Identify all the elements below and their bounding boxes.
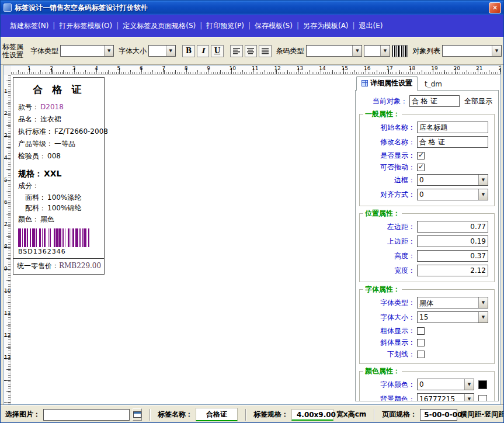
select-image-label: 选择图片： xyxy=(5,410,40,419)
ruler-number: 10 xyxy=(4,288,11,294)
label-field[interactable]: 成分： xyxy=(13,180,104,192)
grid-icon xyxy=(362,80,368,86)
ruler-number: 14 xyxy=(319,65,325,71)
chevron-down-icon[interactable]: ▼ xyxy=(464,394,474,401)
align-left-button[interactable] xyxy=(230,45,242,57)
properties-body: 当前对象： 全部显示 一般属性： 初始名称： 修改名称： 是否显示 xyxy=(355,90,499,401)
align-center-button[interactable] xyxy=(245,45,257,57)
menu-item[interactable]: 新建标签(N) xyxy=(6,21,52,31)
menu-item[interactable]: 打开标签模板(O) xyxy=(55,21,116,31)
label-preview[interactable]: 合 格 证 款号：D2018品名：连衣裙执行标准：FZ/T2660-2008产品… xyxy=(13,77,105,275)
menu-item[interactable]: 定义标签及页面规格(S) xyxy=(119,21,199,31)
ruler-number: 6 xyxy=(4,199,8,205)
label-name-label: 标签名称： xyxy=(158,410,193,419)
font-color-combo[interactable]: 0 ▼ xyxy=(417,379,474,390)
chevron-down-icon[interactable]: ▼ xyxy=(478,189,488,200)
label-field[interactable]: 检验员：008 xyxy=(13,150,104,162)
width-input[interactable] xyxy=(417,265,488,276)
label-field[interactable]: 执行标准：FZ/T2660-2008 xyxy=(13,126,104,138)
align-center-icon xyxy=(246,47,255,54)
label-size-field[interactable]: 4.00x9.00 xyxy=(291,409,333,421)
height-input[interactable] xyxy=(417,250,488,262)
object-list-combo[interactable]: ▼ xyxy=(442,45,502,57)
page-size-label: 页面规格： xyxy=(382,410,417,419)
barcode-image[interactable] xyxy=(18,228,93,247)
bg-color-swatch[interactable] xyxy=(478,395,487,402)
ruler-number: 19 xyxy=(431,65,437,71)
menu-item[interactable]: 保存模板(S) xyxy=(251,21,296,31)
label-field[interactable]: 品名：连衣裙 xyxy=(13,113,104,126)
image-path-input[interactable] xyxy=(43,409,130,421)
bg-color-label: 背景颜色： xyxy=(360,394,415,402)
top-margin-input[interactable] xyxy=(417,235,488,247)
statusbar-divider xyxy=(245,409,246,421)
chevron-down-icon[interactable]: ▼ xyxy=(478,297,488,308)
label-field[interactable]: 款号：D2018 xyxy=(13,101,104,113)
label-field-name: 产品等级： xyxy=(18,140,53,148)
font-size-prop-combo[interactable]: 15 ▼ xyxy=(417,311,488,323)
chevron-down-icon[interactable]: ▼ xyxy=(478,312,488,323)
modified-name-input[interactable] xyxy=(417,136,488,148)
current-object-input[interactable] xyxy=(409,95,460,107)
italic-checkbox[interactable] xyxy=(417,339,425,346)
underline-button[interactable]: U xyxy=(211,45,223,57)
label-field-name: 配料： xyxy=(25,204,46,212)
label-field-name: 面料： xyxy=(25,193,46,202)
font-properties-group: 字体属性： 字体类型： 黑体 ▼ 字体大小： 15 ▼ xyxy=(359,289,495,364)
font-color-swatch[interactable] xyxy=(478,380,487,389)
initial-name-label: 初始名称： xyxy=(360,123,415,133)
chevron-down-icon[interactable]: ▼ xyxy=(478,175,488,185)
price-row[interactable]: 统一零售价：RMB229.00 xyxy=(13,258,104,274)
align-combo[interactable]: 0 ▼ xyxy=(417,189,488,200)
ruler-number: 3 xyxy=(4,133,8,138)
label-field[interactable]: 产品等级：一等品 xyxy=(13,138,104,150)
menu-item[interactable]: 打印预览(P) xyxy=(203,21,248,31)
label-field[interactable]: 面料：100%涤纶 xyxy=(13,192,104,203)
chevron-down-icon[interactable]: ▼ xyxy=(464,379,474,390)
menu-item[interactable]: 退出(E) xyxy=(356,21,387,31)
chevron-down-icon[interactable]: ▼ xyxy=(104,46,113,56)
align-justify-button[interactable] xyxy=(259,45,271,57)
italic-button[interactable]: I xyxy=(197,45,209,57)
label-size-label: 标签规格： xyxy=(253,410,289,419)
label-name-field[interactable]: 合格证 xyxy=(196,408,238,421)
label-title[interactable]: 合 格 证 xyxy=(13,83,104,96)
align-left-icon xyxy=(232,47,241,54)
bg-color-combo[interactable]: 16777215 ▼ xyxy=(417,393,474,401)
font-color-label: 字体颜色： xyxy=(360,380,415,390)
bold-button[interactable]: B xyxy=(182,45,194,57)
bold-checkbox[interactable] xyxy=(417,327,425,335)
label-field[interactable]: 配料：100%锦纶 xyxy=(13,203,104,213)
insert-barcode-button[interactable] xyxy=(392,45,408,57)
border-label: 边框： xyxy=(360,175,415,185)
initial-name-input[interactable] xyxy=(417,122,488,133)
barcode-type-combo[interactable]: ▼ xyxy=(306,45,363,57)
tab-detailed-properties[interactable]: 详细属性设置 xyxy=(356,76,418,91)
label-field[interactable]: 规格：XXL xyxy=(13,168,104,180)
underline-checkbox[interactable] xyxy=(417,351,425,358)
show-all-button[interactable]: 全部显示 xyxy=(464,96,492,106)
font-size-combo[interactable]: ▼ xyxy=(148,45,176,57)
chevron-down-icon[interactable]: ▼ xyxy=(380,46,390,56)
visible-checkbox[interactable] xyxy=(417,152,425,160)
border-combo[interactable]: 0 ▼ xyxy=(417,174,488,186)
left-margin-input[interactable] xyxy=(417,221,488,233)
ruler-number: 12 xyxy=(4,332,11,338)
chevron-down-icon[interactable]: ▼ xyxy=(352,46,362,56)
barcode-sub-combo[interactable]: ▼ xyxy=(364,45,390,57)
chevron-down-icon[interactable]: ▼ xyxy=(166,46,175,56)
ruler-number: 7 xyxy=(162,65,165,71)
font-type-prop-combo[interactable]: 黑体 ▼ xyxy=(417,297,488,308)
tab-t-dm[interactable]: t_dm xyxy=(418,78,449,91)
browse-image-button[interactable] xyxy=(133,408,142,421)
label-field[interactable]: 颜色：黑色 xyxy=(13,213,104,226)
draggable-checkbox[interactable] xyxy=(417,164,425,171)
page-size-field[interactable]: 5-00-0-00 xyxy=(420,409,457,421)
ruler-number: 5 xyxy=(117,65,121,71)
chevron-down-icon[interactable]: ▼ xyxy=(492,46,501,56)
close-button[interactable]: ✕ xyxy=(489,2,501,13)
menubar: 新建标签(N)|打开标签模板(O)|定义标签及页面规格(S)|打印预览(P)|保… xyxy=(1,15,503,37)
menu-item[interactable]: 另存为模板(A) xyxy=(300,21,352,31)
font-type-combo[interactable]: ▼ xyxy=(60,45,114,57)
barcode-text[interactable]: BSD1362346 xyxy=(13,248,104,256)
